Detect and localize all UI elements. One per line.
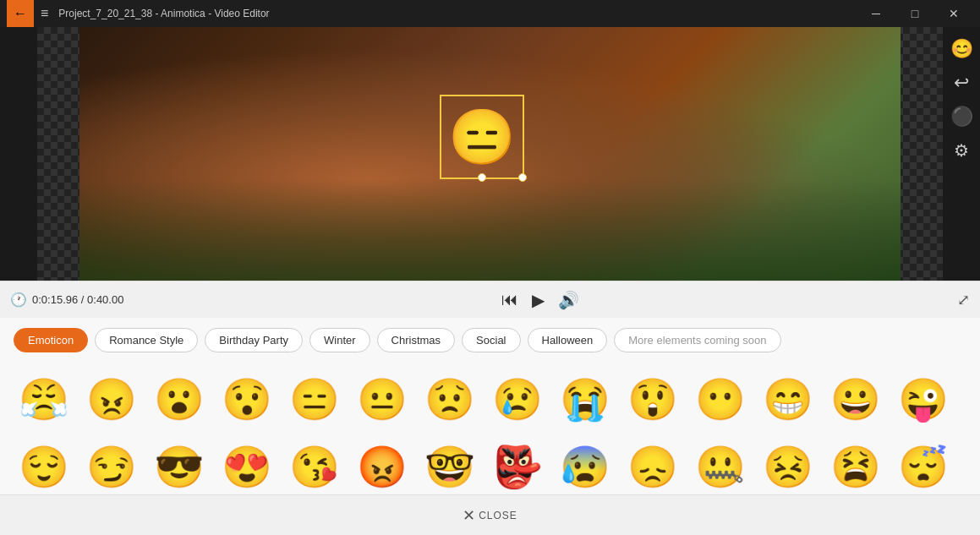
emoji-item[interactable]: 😟 <box>419 369 480 430</box>
hamburger-icon[interactable]: ≡ <box>41 6 48 21</box>
window-controls: ─ □ ✕ <box>857 0 973 27</box>
cat-tab-emoticon[interactable]: Emoticon <box>14 328 88 352</box>
cat-tab-more[interactable]: More elements coming soon <box>614 328 780 352</box>
cat-tab-social[interactable]: Social <box>462 328 520 352</box>
play-button[interactable]: ▶ <box>532 290 545 310</box>
emoji-item[interactable]: 😮 <box>149 369 210 430</box>
close-x-icon: ✕ <box>463 506 475 525</box>
time-display: 🕐 0:0:15.96 / 0:40.00 <box>10 292 123 308</box>
emoji-item[interactable]: 😠 <box>81 369 142 430</box>
emoji-item[interactable]: 😍 <box>216 437 277 494</box>
category-tabs: EmoticonRomance StyleBirthday PartyWinte… <box>0 318 980 363</box>
title-bar: ← ≡ Project_7_20_21_38 - Animotica - Vid… <box>0 0 980 27</box>
emoji-item[interactable]: 🤓 <box>419 437 480 494</box>
emoji-item[interactable]: 😀 <box>825 369 886 430</box>
right-sidebar: 😊 ↩ ⚫ ⚙ <box>943 27 980 281</box>
emoji-item[interactable]: 😯 <box>216 369 277 430</box>
emoji-item[interactable]: 😣 <box>758 437 818 494</box>
cat-tab-romance[interactable]: Romance Style <box>95 328 198 352</box>
emoji-item[interactable]: 😁 <box>758 369 818 430</box>
volume-button[interactable]: 🔊 <box>558 290 579 310</box>
video-frame: 😑 <box>79 27 901 281</box>
back-button[interactable]: ← <box>7 0 34 27</box>
close-label: CLOSE <box>479 510 517 521</box>
close-bar[interactable]: ✕ CLOSE <box>0 494 980 535</box>
resize-handle-bm[interactable] <box>478 173 486 182</box>
emoji-item[interactable]: 😜 <box>893 369 954 430</box>
emoji-item[interactable]: 😐 <box>352 369 413 430</box>
settings-icon[interactable]: ⚙ <box>946 135 977 166</box>
playback-controls: ⏮ ▶ 🔊 <box>130 290 950 310</box>
emoji-item[interactable]: 😘 <box>284 437 345 494</box>
emoji-item[interactable]: 😶 <box>690 369 751 430</box>
maximize-button[interactable]: □ <box>895 0 934 27</box>
canvas-area[interactable]: 😑 <box>37 27 943 281</box>
time-value: 0:0:15.96 / 0:40.00 <box>32 293 123 306</box>
emoji-item[interactable]: 😢 <box>487 369 548 430</box>
emoji-item[interactable]: 🤐 <box>690 437 751 494</box>
emoji-item[interactable]: 😞 <box>622 437 683 494</box>
controls-bar: 🕐 0:0:15.96 / 0:40.00 ⏮ ▶ 🔊 ⤢ <box>0 281 980 318</box>
emoji-item[interactable]: 😴 <box>893 437 954 494</box>
cat-tab-christmas[interactable]: Christmas <box>377 328 456 352</box>
emoji-item[interactable]: 😏 <box>81 437 142 494</box>
emoji-item[interactable]: 😫 <box>825 437 886 494</box>
main-area: 😑 😊 ↩ ⚫ ⚙ 🕐 0:0:15.96 / 0:40.00 ⏮ ▶ 🔊 <box>0 27 980 535</box>
cat-tab-winter[interactable]: Winter <box>309 328 370 352</box>
emoji-item[interactable]: 😡 <box>352 437 413 494</box>
video-area: 😑 😊 ↩ ⚫ ⚙ <box>0 27 980 281</box>
back-icon: ← <box>14 6 27 21</box>
emoji-item[interactable]: 😰 <box>555 437 616 494</box>
emoji-item[interactable]: 😲 <box>622 369 683 430</box>
minimize-button[interactable]: ─ <box>857 0 895 27</box>
emoji-item[interactable]: 😌 <box>14 437 74 494</box>
canvas-emoji: 😑 <box>448 110 516 164</box>
emoji-panel-icon[interactable]: 😊 <box>946 34 977 64</box>
fullscreen-button[interactable]: ⤢ <box>957 291 970 309</box>
emoji-item[interactable]: 😎 <box>149 437 210 494</box>
dot-icon[interactable]: ⚫ <box>946 101 977 132</box>
emoji-item[interactable]: 😑 <box>284 369 345 430</box>
window-title: Project_7_20_21_38 - Animotica - Video E… <box>58 8 857 19</box>
cat-tab-birthday[interactable]: Birthday Party <box>205 328 303 352</box>
skip-back-button[interactable]: ⏮ <box>501 290 518 309</box>
clock-icon: 🕐 <box>10 292 27 308</box>
bottom-panel: EmoticonRomance StyleBirthday PartyWinte… <box>0 318 980 535</box>
undo-icon[interactable]: ↩ <box>946 68 977 98</box>
resize-handle-br[interactable] <box>518 173 527 182</box>
emoji-selection-box[interactable]: 😑 <box>440 95 524 179</box>
emoji-item[interactable]: 👺 <box>487 437 548 494</box>
cat-tab-halloween[interactable]: Halloween <box>528 328 608 352</box>
close-button[interactable]: ✕ <box>934 0 973 27</box>
emoji-item[interactable]: 😤 <box>14 369 74 430</box>
left-sidebar <box>0 27 37 281</box>
emoji-item[interactable]: 😭 <box>555 369 616 430</box>
video-image: 😑 <box>79 27 901 281</box>
emoji-grid: 😤😠😮😯😑😐😟😢😭😲😶😁😀😜😌😏😎😍😘😡🤓👺😰😞🤐😣😫😴 <box>0 363 980 494</box>
